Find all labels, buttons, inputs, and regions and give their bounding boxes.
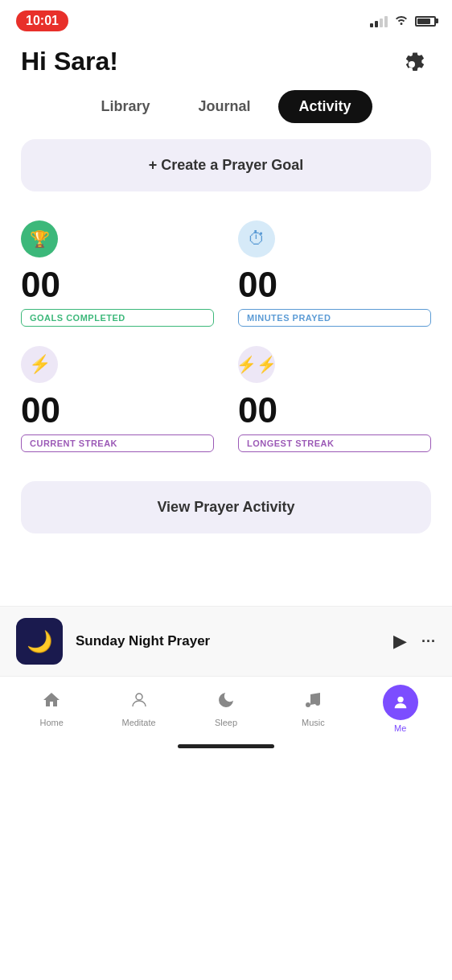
signal-icon — [370, 14, 388, 27]
greeting-text: Hi Sara! — [21, 47, 118, 76]
status-bar: 10:01 — [0, 0, 452, 39]
current-streak-value: 00 — [21, 393, 214, 428]
nav-me-label: Me — [394, 723, 406, 733]
stat-minutes-prayed: ⏱ 00 MINUTES PRAYED — [238, 220, 431, 327]
nav-item-sleep[interactable]: Sleep — [202, 690, 250, 727]
stat-goals-completed: 🏆 00 GOALS COMPLETED — [21, 220, 214, 327]
stats-grid: 🏆 00 GOALS COMPLETED ⏱ 00 MINUTES PRAYED… — [21, 220, 431, 452]
main-content: + Create a Prayer Goal 🏆 00 GOALS COMPLE… — [0, 139, 452, 558]
tab-library[interactable]: Library — [80, 90, 171, 123]
play-button[interactable]: ▶ — [393, 631, 407, 652]
status-icons — [370, 14, 436, 28]
media-player: 🌙 Sunday Night Prayer ▶ ··· — [0, 606, 452, 676]
bolt-double-icon: ⚡⚡ — [238, 346, 275, 383]
view-prayer-activity-button[interactable]: View Prayer Activity — [21, 481, 431, 533]
nav-item-home[interactable]: Home — [27, 690, 76, 727]
clock-icon: ⏱ — [238, 220, 275, 257]
media-controls: ▶ ··· — [393, 631, 436, 652]
media-thumbnail-icon: 🌙 — [27, 629, 52, 654]
svg-point-1 — [306, 702, 310, 707]
nav-item-me[interactable]: Me — [376, 685, 425, 733]
home-icon — [42, 690, 61, 714]
bottom-nav: Home Meditate Sleep Music Me — [0, 676, 452, 738]
media-thumbnail: 🌙 — [16, 618, 63, 665]
svg-point-3 — [397, 697, 403, 702]
goals-completed-value: 00 — [21, 267, 214, 303]
longest-streak-label: LONGEST STREAK — [238, 434, 431, 452]
nav-item-meditate[interactable]: Meditate — [115, 690, 163, 727]
home-bar — [0, 738, 452, 751]
more-options-button[interactable]: ··· — [421, 633, 436, 650]
goals-completed-label: GOALS COMPLETED — [21, 309, 214, 327]
wifi-icon — [394, 14, 409, 28]
settings-button[interactable] — [399, 45, 431, 77]
nav-home-label: Home — [40, 718, 64, 727]
stat-current-streak: ⚡ 00 CURRENT STREAK — [21, 346, 214, 452]
tab-journal[interactable]: Journal — [177, 90, 271, 123]
nav-tabs: Library Journal Activity — [0, 90, 452, 139]
nav-music-label: Music — [302, 718, 325, 727]
music-icon — [303, 690, 323, 714]
media-title: Sunday Night Prayer — [76, 633, 380, 649]
header: Hi Sara! — [0, 39, 452, 90]
longest-streak-value: 00 — [238, 393, 431, 428]
create-prayer-goal-button[interactable]: + Create a Prayer Goal — [21, 139, 431, 191]
nav-sleep-label: Sleep — [215, 718, 237, 727]
trophy-icon: 🏆 — [21, 220, 58, 257]
gear-icon — [404, 50, 426, 72]
me-icon — [383, 685, 418, 720]
meditate-icon — [129, 690, 149, 714]
bolt-icon: ⚡ — [21, 346, 58, 383]
battery-icon — [415, 16, 436, 27]
svg-point-2 — [315, 701, 320, 706]
nav-item-music[interactable]: Music — [289, 690, 337, 727]
status-time: 10:01 — [16, 10, 68, 31]
stat-longest-streak: ⚡⚡ 00 LONGEST STREAK — [238, 346, 431, 452]
minutes-prayed-value: 00 — [238, 267, 431, 303]
current-streak-label: CURRENT STREAK — [21, 434, 214, 452]
tab-activity[interactable]: Activity — [278, 90, 372, 123]
home-indicator — [178, 744, 274, 748]
sleep-icon — [216, 690, 236, 714]
nav-meditate-label: Meditate — [121, 718, 155, 727]
minutes-prayed-label: MINUTES PRAYED — [238, 309, 431, 327]
svg-point-0 — [136, 694, 142, 700]
